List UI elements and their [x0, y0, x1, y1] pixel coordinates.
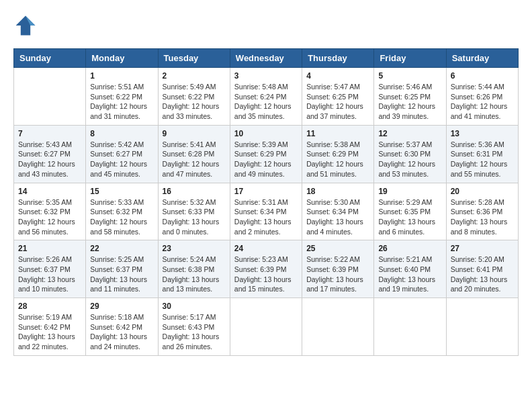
calendar-week-row: 7Sunrise: 5:43 AM Sunset: 6:27 PM Daylig… — [14, 125, 519, 183]
calendar-cell: 1Sunrise: 5:51 AM Sunset: 6:22 PM Daylig… — [86, 68, 158, 126]
day-number: 25 — [306, 244, 369, 253]
day-info: Sunrise: 5:31 AM Sunset: 6:34 PM Dayligh… — [234, 197, 298, 237]
calendar-week-row: 1Sunrise: 5:51 AM Sunset: 6:22 PM Daylig… — [14, 68, 519, 126]
day-number: 18 — [306, 187, 369, 196]
calendar-cell — [302, 298, 374, 356]
day-number: 23 — [163, 244, 226, 253]
day-info: Sunrise: 5:48 AM Sunset: 6:24 PM Dayligh… — [234, 82, 298, 122]
day-number: 11 — [306, 129, 369, 138]
day-info: Sunrise: 5:25 AM Sunset: 6:37 PM Dayligh… — [90, 255, 153, 294]
day-number: 2 — [163, 71, 226, 81]
calendar-cell — [374, 298, 446, 356]
day-info: Sunrise: 5:23 AM Sunset: 6:39 PM Dayligh… — [234, 255, 298, 294]
day-of-week-header: Friday — [374, 49, 446, 68]
day-number: 28 — [18, 302, 81, 311]
calendar-cell: 27Sunrise: 5:20 AM Sunset: 6:41 PM Dayli… — [446, 240, 518, 298]
calendar-cell: 16Sunrise: 5:32 AM Sunset: 6:33 PM Dayli… — [158, 183, 230, 240]
calendar-cell: 26Sunrise: 5:21 AM Sunset: 6:40 PM Dayli… — [374, 240, 446, 298]
day-info: Sunrise: 5:33 AM Sunset: 6:32 PM Dayligh… — [90, 197, 153, 237]
day-info: Sunrise: 5:44 AM Sunset: 6:26 PM Dayligh… — [451, 82, 514, 122]
calendar-cell: 8Sunrise: 5:42 AM Sunset: 6:27 PM Daylig… — [86, 125, 158, 183]
day-number: 27 — [451, 244, 514, 253]
day-number: 16 — [163, 187, 226, 196]
calendar-cell: 20Sunrise: 5:28 AM Sunset: 6:36 PM Dayli… — [446, 183, 518, 240]
day-number: 19 — [378, 187, 441, 196]
day-number: 21 — [18, 244, 81, 253]
calendar-cell: 7Sunrise: 5:43 AM Sunset: 6:27 PM Daylig… — [14, 125, 86, 183]
day-info: Sunrise: 5:46 AM Sunset: 6:25 PM Dayligh… — [378, 82, 441, 122]
page-header — [13, 13, 519, 38]
day-info: Sunrise: 5:22 AM Sunset: 6:39 PM Dayligh… — [306, 255, 369, 294]
day-info: Sunrise: 5:24 AM Sunset: 6:38 PM Dayligh… — [163, 255, 226, 294]
calendar-cell: 4Sunrise: 5:47 AM Sunset: 6:25 PM Daylig… — [302, 68, 374, 126]
day-info: Sunrise: 5:29 AM Sunset: 6:35 PM Dayligh… — [378, 197, 441, 237]
day-of-week-header: Tuesday — [158, 49, 230, 68]
calendar-week-row: 28Sunrise: 5:19 AM Sunset: 6:42 PM Dayli… — [14, 298, 519, 356]
day-number: 10 — [234, 129, 298, 138]
day-number: 15 — [90, 187, 153, 196]
day-number: 1 — [90, 71, 153, 81]
calendar-table: SundayMondayTuesdayWednesdayThursdayFrid… — [13, 48, 519, 356]
day-number: 5 — [378, 71, 441, 81]
logo — [13, 13, 42, 38]
day-number: 14 — [18, 187, 81, 196]
day-info: Sunrise: 5:35 AM Sunset: 6:32 PM Dayligh… — [18, 197, 81, 237]
calendar-cell: 13Sunrise: 5:36 AM Sunset: 6:31 PM Dayli… — [446, 125, 518, 183]
day-info: Sunrise: 5:51 AM Sunset: 6:22 PM Dayligh… — [90, 82, 153, 122]
day-number: 17 — [234, 187, 298, 196]
day-of-week-header: Wednesday — [230, 49, 302, 68]
calendar-cell: 30Sunrise: 5:17 AM Sunset: 6:43 PM Dayli… — [158, 298, 230, 356]
day-number: 29 — [90, 302, 153, 311]
day-info: Sunrise: 5:19 AM Sunset: 6:42 PM Dayligh… — [18, 312, 81, 352]
calendar-week-row: 21Sunrise: 5:26 AM Sunset: 6:37 PM Dayli… — [14, 240, 519, 298]
calendar-cell — [446, 298, 518, 356]
day-of-week-header: Thursday — [302, 49, 374, 68]
day-number: 8 — [90, 129, 153, 138]
day-number: 7 — [18, 129, 81, 138]
calendar-cell: 5Sunrise: 5:46 AM Sunset: 6:25 PM Daylig… — [374, 68, 446, 126]
day-info: Sunrise: 5:17 AM Sunset: 6:43 PM Dayligh… — [163, 312, 226, 352]
calendar-header-row: SundayMondayTuesdayWednesdayThursdayFrid… — [14, 49, 519, 68]
day-number: 22 — [90, 244, 153, 253]
calendar-cell: 9Sunrise: 5:41 AM Sunset: 6:28 PM Daylig… — [158, 125, 230, 183]
day-of-week-header: Monday — [86, 49, 158, 68]
day-number: 3 — [234, 71, 298, 81]
day-info: Sunrise: 5:32 AM Sunset: 6:33 PM Dayligh… — [163, 197, 226, 237]
day-info: Sunrise: 5:36 AM Sunset: 6:31 PM Dayligh… — [451, 140, 514, 179]
day-of-week-header: Saturday — [446, 49, 518, 68]
day-info: Sunrise: 5:37 AM Sunset: 6:30 PM Dayligh… — [378, 140, 441, 179]
day-number: 4 — [306, 71, 369, 81]
calendar-cell: 21Sunrise: 5:26 AM Sunset: 6:37 PM Dayli… — [14, 240, 86, 298]
calendar-cell: 6Sunrise: 5:44 AM Sunset: 6:26 PM Daylig… — [446, 68, 518, 126]
calendar-week-row: 14Sunrise: 5:35 AM Sunset: 6:32 PM Dayli… — [14, 183, 519, 240]
day-number: 24 — [234, 244, 298, 253]
calendar-cell: 11Sunrise: 5:38 AM Sunset: 6:29 PM Dayli… — [302, 125, 374, 183]
day-number: 30 — [163, 302, 226, 311]
day-info: Sunrise: 5:49 AM Sunset: 6:22 PM Dayligh… — [163, 82, 226, 122]
day-info: Sunrise: 5:28 AM Sunset: 6:36 PM Dayligh… — [451, 197, 514, 237]
calendar-cell: 14Sunrise: 5:35 AM Sunset: 6:32 PM Dayli… — [14, 183, 86, 240]
day-number: 12 — [378, 129, 441, 138]
day-info: Sunrise: 5:26 AM Sunset: 6:37 PM Dayligh… — [18, 255, 81, 294]
calendar-cell: 18Sunrise: 5:30 AM Sunset: 6:34 PM Dayli… — [302, 183, 374, 240]
calendar-cell: 19Sunrise: 5:29 AM Sunset: 6:35 PM Dayli… — [374, 183, 446, 240]
day-number: 13 — [451, 129, 514, 138]
calendar-cell: 12Sunrise: 5:37 AM Sunset: 6:30 PM Dayli… — [374, 125, 446, 183]
day-number: 6 — [451, 71, 514, 81]
calendar-cell: 22Sunrise: 5:25 AM Sunset: 6:37 PM Dayli… — [86, 240, 158, 298]
calendar-cell: 23Sunrise: 5:24 AM Sunset: 6:38 PM Dayli… — [158, 240, 230, 298]
calendar-cell — [230, 298, 302, 356]
calendar-cell: 25Sunrise: 5:22 AM Sunset: 6:39 PM Dayli… — [302, 240, 374, 298]
day-info: Sunrise: 5:20 AM Sunset: 6:41 PM Dayligh… — [451, 255, 514, 294]
calendar-cell: 2Sunrise: 5:49 AM Sunset: 6:22 PM Daylig… — [158, 68, 230, 126]
day-number: 9 — [163, 129, 226, 138]
day-info: Sunrise: 5:39 AM Sunset: 6:29 PM Dayligh… — [234, 140, 298, 179]
calendar-cell — [14, 68, 86, 126]
day-info: Sunrise: 5:30 AM Sunset: 6:34 PM Dayligh… — [306, 197, 369, 237]
day-info: Sunrise: 5:43 AM Sunset: 6:27 PM Dayligh… — [18, 140, 81, 179]
day-number: 20 — [451, 187, 514, 196]
calendar-cell: 10Sunrise: 5:39 AM Sunset: 6:29 PM Dayli… — [230, 125, 302, 183]
calendar-cell: 17Sunrise: 5:31 AM Sunset: 6:34 PM Dayli… — [230, 183, 302, 240]
day-info: Sunrise: 5:38 AM Sunset: 6:29 PM Dayligh… — [306, 140, 369, 179]
calendar-cell: 15Sunrise: 5:33 AM Sunset: 6:32 PM Dayli… — [86, 183, 158, 240]
